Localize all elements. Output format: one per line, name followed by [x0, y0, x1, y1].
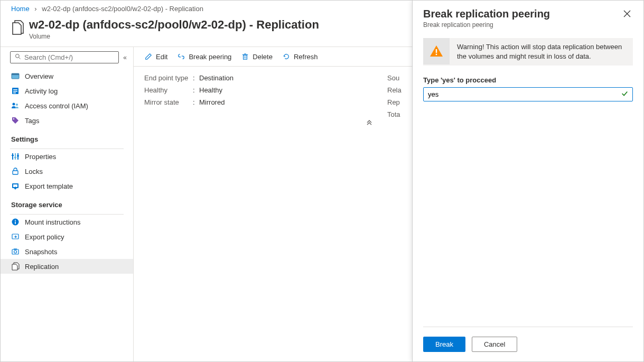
svg-point-35	[436, 54, 437, 55]
sidebar-item-snapshots[interactable]: Snapshots	[1, 244, 133, 259]
sidebar-item-access-control[interactable]: Access control (IAM)	[1, 98, 133, 113]
tool-label: Edit	[156, 53, 167, 61]
svg-rect-24	[12, 249, 18, 254]
sidebar-item-label: Access control (IAM)	[25, 102, 88, 110]
svg-point-22	[15, 220, 16, 221]
prop-mirror-value: Mirrored	[199, 98, 225, 106]
prop-healthy-label: Healthy	[144, 86, 193, 94]
edit-button[interactable]: Edit	[144, 52, 167, 61]
sidebar-item-locks[interactable]: Locks	[1, 164, 133, 179]
sidebar-item-activity-log[interactable]: Activity log	[1, 83, 133, 98]
break-peering-panel: Break replication peering Break replicat…	[412, 1, 643, 361]
break-icon	[177, 52, 185, 61]
svg-rect-27	[244, 55, 247, 60]
sidebar-item-label: Replication	[25, 263, 59, 271]
sidebar-item-export-template[interactable]: Export template	[1, 179, 133, 193]
break-button[interactable]: Break	[423, 337, 465, 352]
svg-rect-26	[14, 249, 17, 250]
prop-endpoint-label: End point type	[144, 74, 193, 82]
svg-rect-15	[14, 157, 16, 158]
export-policy-icon	[11, 233, 20, 241]
replication-icon	[11, 262, 20, 271]
svg-rect-12	[15, 153, 16, 160]
collapse-sidebar-icon[interactable]: «	[123, 54, 127, 61]
refresh-button[interactable]: Refresh	[282, 52, 318, 61]
sidebar-item-label: Export template	[25, 182, 73, 190]
svg-line-1	[19, 58, 21, 59]
confirm-input[interactable]	[428, 90, 621, 98]
page-subtitle: Volume	[29, 33, 319, 40]
confirm-label: Type 'yes' to procceed	[423, 76, 633, 84]
svg-rect-21	[15, 221, 16, 224]
search-box[interactable]	[10, 51, 119, 63]
svg-rect-11	[12, 153, 13, 160]
sidebar-item-label: Snapshots	[25, 248, 57, 256]
close-icon[interactable]	[621, 8, 633, 21]
prop-endpoint-value: Destination	[199, 74, 234, 82]
sidebar-section-storage: Storage service	[1, 193, 133, 212]
sidebar-item-replication[interactable]: Replication	[1, 259, 133, 274]
svg-rect-34	[436, 49, 437, 53]
delete-button[interactable]: Delete	[241, 52, 273, 61]
prop-healthy-value: Healthy	[199, 86, 222, 94]
snapshot-icon	[11, 247, 20, 256]
svg-point-25	[14, 250, 17, 253]
warning-text: Warning! This action will stop data repl…	[450, 38, 633, 66]
svg-rect-14	[12, 155, 14, 156]
info-icon	[11, 218, 20, 226]
sidebar-item-mount-instructions[interactable]: Mount instructions	[1, 215, 133, 229]
sidebar-item-label: Activity log	[25, 87, 58, 95]
delete-icon	[241, 52, 249, 61]
panel-subtitle: Break replication peering	[423, 21, 550, 29]
sidebar-item-properties[interactable]: Properties	[1, 149, 133, 164]
sidebar-item-tags[interactable]: Tags	[1, 113, 133, 128]
sidebar: « Overview Activity log Access control (…	[1, 47, 134, 362]
sidebar-item-overview[interactable]: Overview	[1, 69, 133, 83]
sidebar-item-export-policy[interactable]: Export policy	[1, 229, 133, 244]
tool-label: Delete	[253, 53, 273, 61]
break-peering-button[interactable]: Break peering	[177, 52, 231, 61]
svg-point-8	[13, 103, 15, 106]
tags-icon	[11, 116, 20, 125]
sidebar-item-label: Properties	[25, 153, 56, 161]
search-input[interactable]	[24, 53, 114, 61]
svg-point-9	[16, 104, 18, 106]
cancel-button[interactable]: Cancel	[472, 337, 517, 352]
svg-rect-17	[13, 171, 18, 174]
breadcrumb-separator: ›	[34, 5, 36, 13]
collapse-properties-icon[interactable]	[366, 119, 372, 127]
svg-rect-3	[12, 73, 19, 75]
confirm-input-wrapper[interactable]	[423, 87, 633, 101]
overview-icon	[11, 72, 20, 80]
sidebar-item-label: Overview	[25, 72, 53, 80]
search-icon	[15, 53, 21, 61]
sidebar-item-label: Tags	[25, 117, 39, 125]
sidebar-item-label: Export policy	[25, 233, 64, 241]
activity-log-icon	[11, 87, 20, 95]
sidebar-item-label: Mount instructions	[25, 218, 81, 226]
svg-rect-16	[17, 155, 19, 156]
page-title: w2-02-dp (anfdocs-sc2/pool0/w2-02-dp) - …	[29, 18, 319, 32]
breadcrumb-current: w2-02-dp (anfdocs-sc2/pool0/w2-02-dp) - …	[42, 5, 203, 13]
tool-label: Break peering	[189, 53, 231, 61]
svg-point-0	[16, 54, 20, 58]
export-template-icon	[11, 182, 20, 190]
properties-icon	[11, 152, 20, 161]
sidebar-item-label: Locks	[25, 168, 43, 175]
panel-title: Break replication peering	[423, 8, 550, 20]
sidebar-section-settings: Settings	[1, 128, 133, 146]
tool-label: Refresh	[294, 53, 318, 61]
breadcrumb-home[interactable]: Home	[11, 5, 30, 13]
prop-mirror-label: Mirror state	[144, 98, 193, 106]
divider	[423, 327, 633, 327]
svg-rect-5	[13, 89, 17, 90]
document-icon	[11, 20, 24, 35]
svg-rect-7	[13, 92, 16, 94]
access-control-icon	[11, 101, 20, 110]
lock-icon	[11, 167, 20, 175]
warning-box: Warning! This action will stop data repl…	[423, 38, 633, 66]
svg-rect-6	[13, 91, 17, 92]
svg-point-10	[13, 118, 14, 119]
check-icon	[621, 90, 628, 99]
refresh-icon	[282, 52, 291, 61]
